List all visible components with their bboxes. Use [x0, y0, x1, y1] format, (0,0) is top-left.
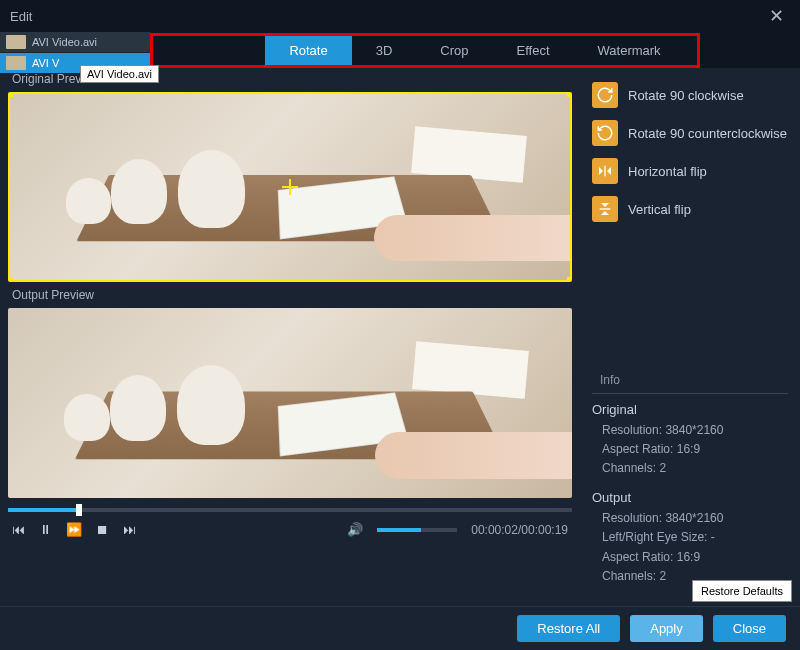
crop-handle[interactable] — [8, 92, 13, 97]
rotate-cw-button[interactable]: Rotate 90 clockwise — [592, 76, 788, 114]
info-line: Aspect Ratio: 16:9 — [592, 548, 788, 567]
bottom-bar: Restore All Apply Close — [0, 606, 800, 650]
rotate-ccw-label: Rotate 90 counterclockwise — [628, 126, 787, 141]
hflip-label: Horizontal flip — [628, 164, 707, 179]
player-controls: ⏮ ⏸ ⏩ ⏹ ⏭ 🔊 00:00:02/00:00:19 — [8, 504, 572, 541]
file-item[interactable]: AVI Video.avi — [0, 32, 150, 53]
vflip-label: Vertical flip — [628, 202, 691, 217]
crosshair-icon[interactable] — [282, 179, 298, 195]
window-title: Edit — [10, 9, 32, 24]
seek-bar[interactable] — [8, 508, 572, 512]
info-title: Info — [592, 373, 788, 394]
restore-defaults-button[interactable]: Restore Defaults — [692, 580, 792, 602]
tooltip: AVI Video.avi — [80, 65, 159, 83]
info-line: Left/Right Eye Size: - — [592, 528, 788, 547]
crop-handle[interactable] — [567, 92, 572, 97]
file-list: AVI Video.avi AVI V — [0, 32, 150, 68]
info-line: Channels: 2 — [592, 459, 788, 478]
restore-all-button[interactable]: Restore All — [517, 615, 620, 642]
info-line: Aspect Ratio: 16:9 — [592, 440, 788, 459]
time-display: 00:00:02/00:00:19 — [471, 523, 568, 537]
output-preview-label: Output Preview — [12, 288, 572, 302]
svg-rect-1 — [600, 208, 611, 209]
pause-icon[interactable]: ⏸ — [39, 522, 52, 537]
tabs-bar: Rotate 3D Crop Effect Watermark — [150, 32, 800, 68]
info-line: Resolution: 3840*2160 — [592, 421, 788, 440]
crop-handle[interactable] — [567, 277, 572, 282]
info-original-heading: Original — [592, 402, 788, 417]
info-output-heading: Output — [592, 490, 788, 505]
tab-3d[interactable]: 3D — [352, 35, 417, 66]
original-preview[interactable] — [8, 92, 572, 282]
seek-thumb[interactable] — [76, 504, 82, 516]
close-icon[interactable]: ✕ — [763, 5, 790, 27]
prev-icon[interactable]: ⏮ — [12, 522, 25, 537]
tab-rotate[interactable]: Rotate — [265, 35, 351, 66]
file-name: AVI Video.avi — [32, 36, 97, 48]
output-preview — [8, 308, 572, 498]
titlebar: Edit ✕ — [0, 0, 800, 32]
rotate-ccw-icon — [592, 120, 618, 146]
rotate-cw-icon — [592, 82, 618, 108]
rotate-cw-label: Rotate 90 clockwise — [628, 88, 744, 103]
volume-slider[interactable] — [377, 528, 457, 532]
info-line: Resolution: 3840*2160 — [592, 509, 788, 528]
crop-handle[interactable] — [8, 277, 13, 282]
vflip-button[interactable]: Vertical flip — [592, 190, 788, 228]
svg-rect-0 — [604, 166, 605, 177]
fastforward-icon[interactable]: ⏩ — [66, 522, 82, 537]
volume-icon[interactable]: 🔊 — [347, 522, 363, 537]
thumbnail-icon — [6, 35, 26, 49]
rotate-ccw-button[interactable]: Rotate 90 counterclockwise — [592, 114, 788, 152]
vflip-icon — [592, 196, 618, 222]
hflip-icon — [592, 158, 618, 184]
stop-icon[interactable]: ⏹ — [96, 522, 109, 537]
close-button[interactable]: Close — [713, 615, 786, 642]
next-icon[interactable]: ⏭ — [123, 522, 136, 537]
info-panel: Info Original Resolution: 3840*2160 Aspe… — [592, 333, 788, 598]
tab-effect[interactable]: Effect — [493, 35, 574, 66]
apply-button[interactable]: Apply — [630, 615, 703, 642]
tab-watermark[interactable]: Watermark — [574, 35, 685, 66]
tab-crop[interactable]: Crop — [416, 35, 492, 66]
hflip-button[interactable]: Horizontal flip — [592, 152, 788, 190]
